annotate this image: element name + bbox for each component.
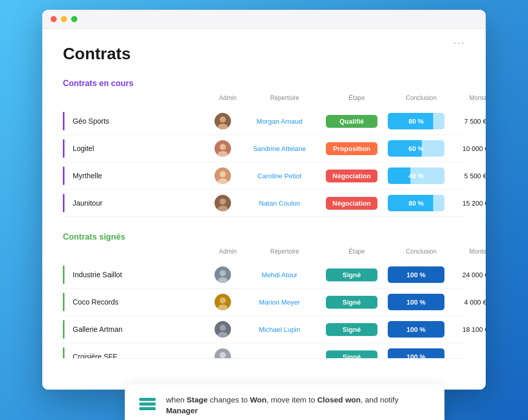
contract-name: Coco Records <box>73 298 119 306</box>
section-header-en-cours: Contrats en cours <box>63 79 465 88</box>
avatar <box>214 167 231 184</box>
row-border-icon <box>63 320 64 339</box>
contract-name: Croisière SFF <box>73 352 117 359</box>
repertoire-link[interactable]: Mehdi Atour <box>238 271 321 279</box>
montant: 4 000 € <box>450 298 486 306</box>
svg-point-13 <box>220 270 226 276</box>
conclusion-bar: 100 % <box>388 348 444 359</box>
row-border-icon <box>63 166 64 185</box>
contract-name: Myrthelle <box>73 172 102 180</box>
row-name-cell: Géo Sports <box>63 112 207 130</box>
manager-keyword: Manager <box>166 406 198 415</box>
repertoire-link[interactable]: Natan Coulon <box>238 199 321 207</box>
conclusion-bar: 100 % <box>388 266 444 283</box>
svg-rect-26 <box>139 407 156 410</box>
table-header-en-cours: Admin Répertoire Étape Conclusion Montan… <box>63 94 465 108</box>
row-name-cell: Croisière SFF <box>63 347 207 359</box>
row-border-icon <box>63 112 64 130</box>
row-border-icon <box>63 347 64 359</box>
avatar <box>214 348 231 359</box>
repertoire-link[interactable]: Caroline Petiot <box>238 172 321 180</box>
repertoire-link[interactable]: Michael Lupin <box>238 326 321 333</box>
automation-text-mid2: , move item to <box>267 395 317 404</box>
conclusion-bar: 60 % <box>388 140 444 157</box>
col-montant-header: Montant <box>455 248 486 258</box>
row-name-cell: Industrie Saillot <box>63 265 207 284</box>
avatar <box>214 294 231 310</box>
col-repertoire-header: Répertoire <box>243 248 326 258</box>
row-name-cell: Coco Records <box>63 293 207 311</box>
automation-text-pre: when <box>166 395 187 404</box>
more-options-button[interactable]: ··· <box>453 37 465 48</box>
repertoire-link[interactable]: Marion Meyer <box>238 298 321 306</box>
svg-rect-24 <box>139 398 156 401</box>
row-border-icon <box>63 265 64 284</box>
conclusion-bar: 40 % <box>388 167 444 184</box>
etape-badge: Signé <box>326 268 377 281</box>
closed-won-keyword: Closed won <box>317 395 360 404</box>
section-header-signes: Contrats signés <box>63 232 465 242</box>
conclusion-cell: 100 % <box>383 266 450 283</box>
col-etape-header: Étape <box>326 248 388 258</box>
etape-badge: Qualifié <box>326 115 377 128</box>
section-en-cours: Contrats en cours Admin Répertoire Étape… <box>63 79 465 217</box>
avatar <box>214 113 231 129</box>
repertoire-link[interactable]: Morgan Arnaud <box>238 117 321 125</box>
montant: 7 500 € <box>450 117 486 125</box>
row-border-icon <box>63 293 64 311</box>
etape-badge: Signé <box>326 296 377 309</box>
col-repertoire-header: Répertoire <box>243 94 326 105</box>
table-row: Jaunitour Natan Coulon Négociation 80 % <box>63 190 465 217</box>
col-name-header <box>68 94 212 105</box>
conclusion-bar: 80 % <box>388 195 444 211</box>
maximize-button[interactable] <box>71 16 77 22</box>
table-row: Gallerie Artman Michael Lupin Signé 100 … <box>63 316 465 343</box>
conclusion-bar: 100 % <box>388 321 444 338</box>
titlebar <box>42 10 486 29</box>
avatar <box>214 321 231 338</box>
svg-point-19 <box>220 325 226 331</box>
conclusion-bar: 100 % <box>388 294 444 310</box>
conclusion-cell: 80 % <box>383 113 450 129</box>
contract-name: Jaunitour <box>73 199 103 207</box>
section-signes: Contrats signés Admin Répertoire Étape C… <box>63 232 465 359</box>
row-border-icon <box>63 194 64 212</box>
conclusion-cell: 100 % <box>383 348 450 359</box>
conclusion-cell: 100 % <box>383 294 450 310</box>
svg-point-22 <box>220 352 226 358</box>
table-row: Géo Sports Morgan Arnaud Qualifié 80 % <box>63 108 465 135</box>
table-row: Myrthelle Caroline Petiot Négociation 40… <box>63 162 465 190</box>
avatar <box>214 266 231 283</box>
conclusion-cell: 100 % <box>383 321 450 338</box>
row-name-cell: Logitel <box>63 139 207 158</box>
repertoire-link[interactable]: Sandrine Attelane <box>238 145 321 153</box>
col-admin-header: Admin <box>212 94 243 105</box>
app-window: Contrats ··· Contrats en cours Admin Rép… <box>42 10 486 390</box>
montant: 10 000 € <box>450 145 486 153</box>
montant: 5 500 € <box>450 172 486 180</box>
montant: 18 100 € <box>450 326 486 333</box>
minimize-button[interactable] <box>61 16 67 22</box>
row-name-cell: Myrthelle <box>63 166 207 185</box>
etape-badge: Négociation <box>326 170 377 182</box>
col-montant-header: Montant <box>455 94 486 105</box>
col-admin-header: Admin <box>212 248 243 258</box>
automation-text-mid1: changes to <box>208 395 250 404</box>
table-row: Industrie Saillot Mehdi Atour Signé 100 … <box>63 261 465 289</box>
page-title: Contrats <box>63 44 465 63</box>
svg-point-4 <box>220 144 226 150</box>
close-button[interactable] <box>51 16 57 22</box>
table-row: Logitel Sandrine Attelane Proposition 60… <box>63 135 465 162</box>
conclusion-cell: 60 % <box>383 140 450 157</box>
etape-badge: Proposition <box>326 142 377 155</box>
automation-text-mid3: , and notify <box>360 395 398 404</box>
col-conclusion-header: Conclusion <box>388 94 455 105</box>
section-title-en-cours: Contrats en cours <box>63 79 134 88</box>
svg-point-1 <box>220 116 226 123</box>
stage-keyword: Stage <box>187 395 208 404</box>
contract-name: Industrie Saillot <box>73 271 122 279</box>
col-name-header <box>68 248 212 258</box>
svg-point-7 <box>220 171 226 177</box>
montant: 15 200 € <box>450 199 486 207</box>
svg-point-16 <box>220 297 226 304</box>
